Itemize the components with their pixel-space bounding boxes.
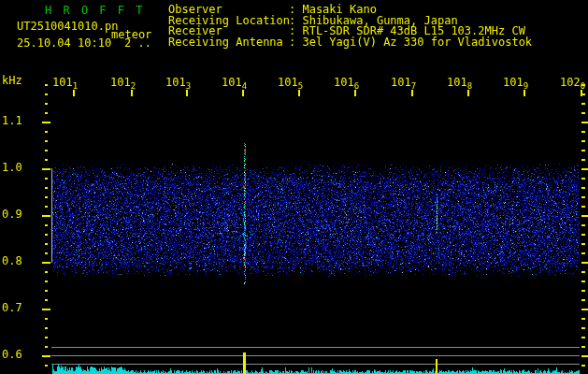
x-axis-label: 1019 — [503, 77, 528, 93]
info-value-antenna: : 3el Yagi(V) Az 330 for Vladivostok — [289, 36, 532, 49]
y-axis-label: 1.1 — [2, 115, 22, 127]
y-axis-label: 0.8 — [2, 255, 22, 267]
x-axis-label-main: 101 — [447, 77, 467, 89]
x-axis-label-main: 101 — [165, 77, 186, 89]
x-axis-label: 1020 — [560, 77, 585, 93]
app-title: H R O F F T — [45, 5, 145, 17]
y-axis-label: 0.9 — [2, 209, 22, 221]
y-axis-unit-label: kHz — [2, 75, 22, 87]
x-axis-label: 1015 — [278, 77, 303, 93]
x-axis-label-sub: 5 — [298, 80, 303, 93]
x-axis-label-main: 101 — [391, 77, 411, 89]
x-axis-label-main: 102 — [560, 77, 581, 89]
filename-label: UT2510041010.pn — [17, 21, 118, 33]
x-axis-label-main: 101 — [278, 77, 298, 89]
x-axis-label-main: 101 — [503, 77, 523, 89]
x-axis-label-sub: 3 — [186, 80, 191, 93]
x-axis-label-sub: 9 — [523, 80, 528, 93]
x-axis-label: 1018 — [447, 77, 472, 93]
y-axis-label: 0.7 — [2, 302, 22, 314]
x-axis-label-main: 101 — [222, 77, 242, 89]
x-axis-label-main: 101 — [334, 77, 354, 89]
x-axis-label-sub: 8 — [467, 80, 472, 93]
x-axis-label: 1013 — [165, 77, 191, 93]
spectrogram-canvas — [0, 0, 588, 374]
x-axis-label-sub: 2 — [131, 80, 136, 93]
y-axis-label: 0.6 — [2, 349, 22, 361]
datetime-label: 25.10.04 10:10 — [17, 37, 111, 50]
x-axis-label-sub: 4 — [242, 80, 247, 93]
x-axis-label: 1014 — [222, 77, 247, 93]
x-axis-label-main: 101 — [52, 77, 73, 89]
y-axis-label: 1.0 — [2, 162, 22, 174]
x-axis-label: 1011 — [52, 77, 78, 93]
x-axis-label-sub: 7 — [411, 80, 416, 93]
x-axis-label: 1016 — [334, 77, 359, 93]
info-label-antenna: Receiving Antenna — [168, 36, 283, 49]
echo-count-label: 2 .. — [124, 37, 151, 50]
x-axis-label: 1012 — [110, 77, 136, 93]
x-axis-label-sub: 1 — [73, 80, 78, 93]
x-axis-label-sub: 0 — [581, 80, 585, 93]
x-axis-label-main: 101 — [110, 77, 131, 89]
x-axis-label: 1017 — [391, 77, 416, 93]
x-axis-label-sub: 6 — [354, 80, 359, 93]
hrofft-screen: H R O F F T UT2510041010.pn meteor 25.10… — [0, 0, 588, 374]
